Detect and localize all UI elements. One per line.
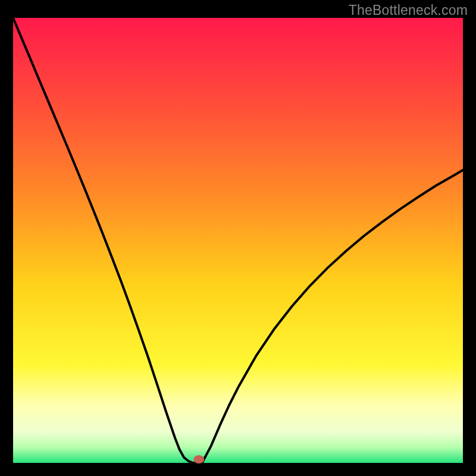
chart-container: TheBottleneck.com bbox=[0, 0, 476, 476]
plot-background bbox=[13, 18, 463, 463]
watermark-text: TheBottleneck.com bbox=[349, 2, 468, 18]
chart-svg bbox=[0, 0, 476, 476]
marker-point bbox=[193, 455, 204, 464]
